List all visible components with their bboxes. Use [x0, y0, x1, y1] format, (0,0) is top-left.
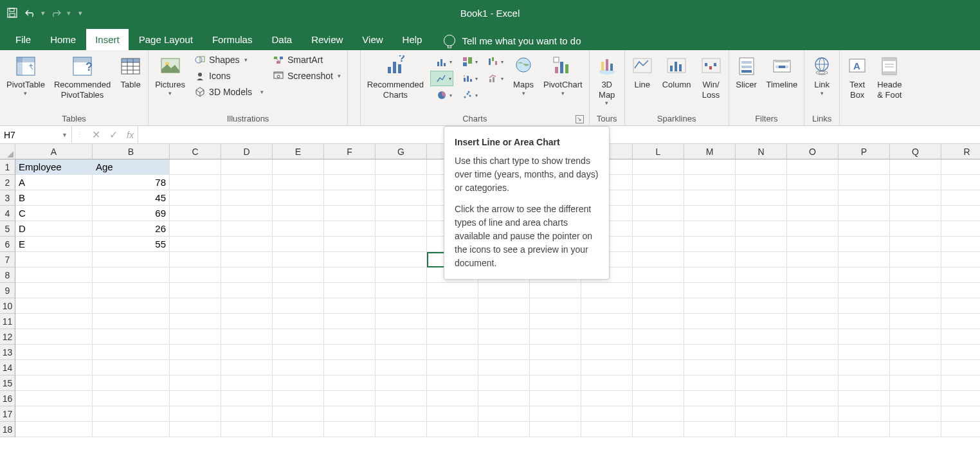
cell[interactable]: [839, 221, 890, 237]
cell[interactable]: [376, 360, 427, 375]
cell[interactable]: [170, 391, 221, 406]
row-header[interactable]: 11: [0, 314, 15, 329]
charts-dialog-launcher[interactable]: ↘: [576, 115, 584, 123]
cell[interactable]: [890, 190, 941, 206]
cell[interactable]: [273, 406, 324, 422]
pictures-button[interactable]: Pictures ▾: [152, 53, 188, 98]
column-header[interactable]: E: [273, 144, 324, 159]
cell[interactable]: [890, 314, 941, 329]
3d-map-button[interactable]: 3D Map▾: [594, 53, 621, 108]
textbox-button[interactable]: A Text Box: [844, 53, 871, 101]
cell[interactable]: [376, 329, 427, 345]
cell[interactable]: [839, 329, 890, 345]
cell[interactable]: [736, 391, 787, 406]
cell[interactable]: [787, 267, 839, 283]
cell[interactable]: [478, 329, 530, 345]
cell[interactable]: [684, 267, 736, 283]
table-button[interactable]: Table: [117, 53, 144, 91]
cell[interactable]: [633, 391, 684, 406]
cell[interactable]: [941, 329, 980, 345]
column-header[interactable]: C: [170, 144, 221, 159]
cell[interactable]: [684, 159, 736, 175]
cell[interactable]: [941, 175, 980, 190]
cell[interactable]: [273, 283, 324, 298]
cell[interactable]: [890, 298, 941, 314]
cell[interactable]: [633, 345, 684, 360]
cell[interactable]: C: [15, 206, 93, 221]
cell[interactable]: [839, 406, 890, 422]
cell[interactable]: [93, 375, 170, 391]
cell[interactable]: [170, 190, 221, 206]
cell[interactable]: [376, 159, 427, 175]
tab-insert[interactable]: Insert: [86, 29, 129, 50]
row-header[interactable]: 8: [0, 267, 15, 283]
cell[interactable]: 26: [93, 221, 170, 237]
cell[interactable]: [273, 267, 324, 283]
cell[interactable]: [890, 329, 941, 345]
cell[interactable]: [633, 267, 684, 283]
cell[interactable]: [890, 375, 941, 391]
cell[interactable]: [633, 314, 684, 329]
timeline-button[interactable]: Timeline: [764, 53, 801, 91]
cell[interactable]: [15, 360, 93, 375]
cell[interactable]: [941, 252, 980, 267]
cell[interactable]: [941, 391, 980, 406]
cell[interactable]: [478, 345, 530, 360]
cell[interactable]: [15, 375, 93, 391]
insert-function-button[interactable]: fx: [127, 130, 134, 140]
cell[interactable]: [684, 314, 736, 329]
cell[interactable]: [736, 345, 787, 360]
cell[interactable]: [324, 360, 376, 375]
column-header[interactable]: B: [93, 144, 170, 159]
cell[interactable]: [530, 298, 581, 314]
cell[interactable]: [736, 159, 787, 175]
cell[interactable]: [427, 314, 478, 329]
cell[interactable]: [839, 283, 890, 298]
cell[interactable]: [633, 237, 684, 252]
cell[interactable]: [839, 345, 890, 360]
cell[interactable]: [15, 298, 93, 314]
row-header[interactable]: 5: [0, 221, 15, 237]
cell[interactable]: [273, 221, 324, 237]
cell[interactable]: [376, 237, 427, 252]
cell[interactable]: 45: [93, 190, 170, 206]
cell[interactable]: B: [15, 190, 93, 206]
cell[interactable]: [530, 406, 581, 422]
column-header[interactable]: L: [633, 144, 684, 159]
cell[interactable]: [273, 252, 324, 267]
save-button[interactable]: [5, 6, 19, 20]
recommended-pivottables-button[interactable]: ? Recommended PivotTables: [51, 53, 113, 101]
tab-page-layout[interactable]: Page Layout: [130, 29, 202, 50]
cell[interactable]: [787, 406, 839, 422]
cell[interactable]: [15, 329, 93, 345]
row-header[interactable]: 13: [0, 345, 15, 360]
cell[interactable]: [324, 314, 376, 329]
cell[interactable]: [890, 406, 941, 422]
row-header[interactable]: 15: [0, 375, 15, 391]
cell[interactable]: [324, 267, 376, 283]
pivottable-button[interactable]: PivotTable ▾: [4, 53, 48, 98]
slicer-button[interactable]: Slicer: [733, 53, 760, 91]
cell[interactable]: [170, 360, 221, 375]
cell[interactable]: [273, 329, 324, 345]
cell[interactable]: [941, 375, 980, 391]
cell[interactable]: 55: [93, 237, 170, 252]
row-header[interactable]: 6: [0, 237, 15, 252]
cell[interactable]: [273, 175, 324, 190]
cell[interactable]: [581, 422, 633, 437]
column-chart-button[interactable]: ▾: [430, 54, 453, 69]
cell[interactable]: [324, 252, 376, 267]
tell-me-search[interactable]: Tell me what you want to do: [444, 31, 581, 50]
qat-dropdown-icon[interactable]: ▾: [67, 9, 71, 17]
statistic-chart-button[interactable]: ▾: [456, 71, 479, 86]
cell[interactable]: [839, 159, 890, 175]
cell[interactable]: [839, 391, 890, 406]
cell[interactable]: [273, 237, 324, 252]
cell[interactable]: [787, 221, 839, 237]
row-header[interactable]: 10: [0, 298, 15, 314]
hierarchy-chart-button[interactable]: ▾: [456, 54, 479, 69]
cell[interactable]: [684, 406, 736, 422]
cell[interactable]: [478, 422, 530, 437]
cell[interactable]: [890, 252, 941, 267]
cell[interactable]: [530, 422, 581, 437]
